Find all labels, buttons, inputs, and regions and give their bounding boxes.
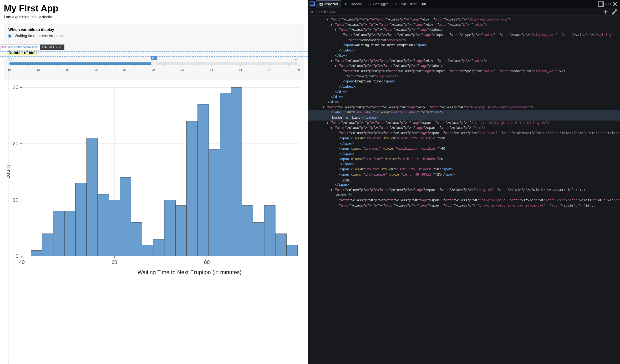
histogram-bar [164, 200, 176, 256]
tab-debugger[interactable]: Debugger [365, 0, 391, 8]
svg-text:60: 60 [111, 259, 117, 265]
radio-waiting[interactable]: Waiting time to next eruption [8, 34, 299, 38]
slider-tick: 25 [152, 68, 155, 72]
tip-id: #bins-label [8, 46, 22, 49]
tab-console-label: Console [350, 2, 362, 6]
histogram-plot: 0102030406080Waiting Time to Next Erupti… [4, 83, 304, 280]
tab-console[interactable]: Console [341, 0, 365, 8]
histogram-bar [286, 245, 298, 256]
dom-tree[interactable]: ▼ "attr">class"p">="p"><"attr">class"p">… [308, 16, 620, 364]
slider-max: 40 [294, 58, 299, 61]
histogram-bar [42, 234, 53, 256]
histogram-bar [120, 178, 131, 256]
histogram-bar [209, 149, 220, 256]
histogram-bar [53, 211, 64, 256]
devtools-pane: Inspector Console Debugger Style Editor [308, 0, 620, 364]
slider-tick: 31 [210, 68, 213, 72]
bins-label: Number of bins: [8, 50, 38, 55]
svg-point-29 [605, 3, 607, 4]
histogram-bar [87, 138, 98, 256]
slider-min: 10 [8, 58, 13, 61]
histogram-bar [64, 211, 76, 256]
slider-tick: 16 [65, 68, 69, 72]
svg-rect-27 [598, 2, 602, 6]
tip-tag: label [2, 46, 8, 49]
svg-point-30 [608, 3, 609, 4]
inspect-guide-top [0, 51, 308, 52]
histogram-bar [153, 239, 164, 256]
histogram-bar [220, 93, 231, 256]
svg-text:0: 0 [16, 253, 18, 259]
tip-class: .control-label [22, 46, 38, 49]
histogram-bar [231, 87, 242, 256]
svg-point-31 [609, 3, 611, 4]
add-node-button[interactable] [602, 9, 609, 15]
svg-rect-26 [369, 3, 371, 5]
devtools-tabbar: Inspector Console Debugger Style Editor [308, 0, 620, 8]
page-title: My First App [4, 3, 304, 14]
slider-fill [9, 62, 155, 65]
slider-tick: 22 [123, 68, 126, 72]
inspect-guide-right [37, 0, 37, 364]
histogram-bar [242, 206, 253, 256]
svg-text:80: 80 [204, 259, 210, 265]
histogram-bar [186, 121, 198, 256]
svg-text:count: count [5, 165, 11, 179]
histogram-bar [198, 104, 209, 256]
slider-tick: 19 [94, 68, 97, 72]
slider-tick: 10 [8, 68, 11, 72]
slider-tick: 40 [297, 68, 300, 72]
tab-inspector-label: Inspector [325, 2, 338, 6]
eyedropper-button[interactable] [611, 9, 618, 15]
shiny-app-pane: My First App I am explaining this perfec… [0, 0, 308, 364]
histogram-bar [253, 223, 264, 256]
histogram-bar [276, 234, 287, 256]
bins-slider[interactable]: 1040251013161922252831343740 [8, 57, 299, 72]
tab-style-editor-label: Style Editor [399, 2, 417, 6]
dock-mode-button[interactable] [598, 1, 604, 7]
histogram-bar [264, 206, 276, 256]
slider-tick: 34 [239, 68, 242, 72]
element-inspect-tooltip: label#bins-label.control-label 106.283 ×… [0, 44, 64, 50]
tab-inspector[interactable]: Inspector [316, 0, 341, 8]
search-icon [310, 10, 314, 14]
svg-text:30: 30 [13, 84, 18, 90]
svg-text:Waiting Time to Next Eruption : Waiting Time to Next Eruption (in minute… [138, 269, 242, 275]
page-subtitle: I am explaining this perfectly [4, 15, 304, 19]
inspect-guide-bottom [0, 57, 308, 57]
histogram-bar [98, 194, 109, 256]
close-devtools-button[interactable] [612, 1, 619, 7]
kebab-menu-icon[interactable] [605, 1, 611, 7]
overflow-icon[interactable] [420, 1, 427, 7]
radio-waiting-label: Waiting time to next eruption [15, 34, 63, 38]
histogram-bar [175, 206, 186, 256]
search-html-input[interactable] [315, 10, 601, 14]
histogram-bar [109, 200, 120, 256]
svg-text:20: 20 [13, 140, 18, 147]
devtools-search-row [308, 8, 620, 16]
histogram-bar [76, 183, 87, 256]
svg-rect-25 [320, 3, 322, 5]
svg-rect-28 [602, 2, 604, 6]
tab-style-editor[interactable]: Style Editor [391, 0, 419, 8]
inspect-guide-left [9, 0, 9, 364]
slider-tick: 28 [181, 68, 184, 72]
svg-text:10: 10 [13, 197, 18, 203]
tab-debugger-label: Debugger [373, 2, 388, 6]
histogram-bar [142, 245, 153, 256]
svg-point-32 [311, 11, 313, 13]
radio-group-label: Which variable to display [8, 28, 299, 32]
svg-text:40: 40 [19, 259, 25, 265]
histogram-bar [131, 223, 142, 256]
slider-tick: 37 [268, 68, 271, 72]
element-picker-button[interactable] [309, 1, 316, 7]
tip-dimensions: 106.283 × 20 [40, 45, 64, 50]
